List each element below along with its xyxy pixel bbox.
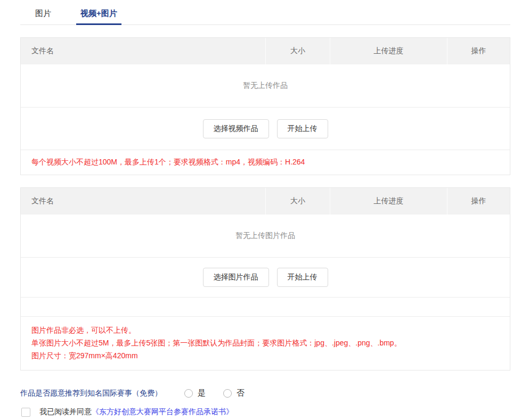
recommend-radio-group: 是 否 [184, 388, 245, 398]
image-note-line-2: 单张图片大小不超过5M，最多上传5张图；第一张图默认为作品封面；要求图片格式：j… [31, 336, 499, 349]
upload-page: 图片 视频+图片 文件名 大小 上传进度 操作 暂无上传作品 选择视频作品 开始… [0, 0, 529, 420]
radio-no-label: 否 [237, 388, 245, 398]
select-video-button[interactable]: 选择视频作品 [203, 119, 269, 138]
tab-image-only[interactable]: 图片 [31, 5, 55, 24]
image-empty-state: 暂无上传图片作品 [21, 215, 510, 258]
recommend-question-label: 作品是否愿意推荐到知名国际赛事（免费） [20, 389, 162, 398]
radio-circle-icon[interactable] [184, 389, 193, 398]
image-note-line-1: 图片作品非必选，可以不上传。 [31, 324, 499, 336]
recommend-question-row: 作品是否愿意推荐到知名国际赛事（免费） 是 否 [20, 388, 509, 398]
agreement-text: 我已阅读并同意《东方好创意大赛网平台参赛作品承诺书》 [39, 407, 233, 417]
agreement-row: 我已阅读并同意《东方好创意大赛网平台参赛作品承诺书》 [21, 407, 509, 417]
column-header-size: 大小 [265, 38, 330, 64]
image-table-header: 文件名 大小 上传进度 操作 [21, 188, 510, 215]
image-button-row: 选择图片作品 开始上传 [21, 258, 510, 298]
video-empty-state: 暂无上传作品 [21, 64, 510, 108]
video-constraints-note: 每个视频大小不超过100M，最多上传1个；要求视频格式：mp4，视频编码：H.2… [21, 150, 510, 175]
image-upload-table: 文件名 大小 上传进度 操作 暂无上传图片作品 选择图片作品 开始上传 图片作品… [20, 187, 510, 370]
image-note-line-3: 图片尺寸：宽297mm×高420mm [31, 349, 499, 362]
column-header-filename: 文件名 [21, 38, 265, 64]
column-header-progress: 上传进度 [330, 38, 447, 64]
video-upload-table: 文件名 大小 上传进度 操作 暂无上传作品 选择视频作品 开始上传 每个视频大小… [20, 37, 510, 175]
tab-video-plus-image[interactable]: 视频+图片 [76, 5, 121, 24]
agreement-checkbox[interactable] [21, 408, 30, 417]
tab-bar: 图片 视频+图片 [20, 0, 510, 25]
agreement-link[interactable]: 《东方好创意大赛网平台参赛作品承诺书》 [92, 407, 233, 416]
video-table-header: 文件名 大小 上传进度 操作 [21, 38, 510, 64]
start-upload-image-button[interactable]: 开始上传 [277, 268, 328, 287]
radio-circle-icon[interactable] [223, 389, 232, 398]
column-header-progress: 上传进度 [330, 188, 447, 215]
radio-option-yes[interactable]: 是 [184, 388, 206, 398]
column-header-size: 大小 [265, 188, 330, 215]
start-upload-video-button[interactable]: 开始上传 [277, 119, 328, 138]
column-header-filename: 文件名 [21, 188, 265, 215]
video-button-row: 选择视频作品 开始上传 [21, 108, 510, 150]
radio-yes-label: 是 [198, 388, 206, 398]
column-header-action: 操作 [447, 188, 510, 215]
column-header-action: 操作 [447, 38, 510, 64]
agreement-prefix: 我已阅读并同意 [39, 407, 92, 416]
select-image-button[interactable]: 选择图片作品 [203, 268, 269, 287]
image-constraints-note: 图片作品非必选，可以不上传。 单张图片大小不超过5M，最多上传5张图；第一张图默… [21, 317, 510, 370]
radio-option-no[interactable]: 否 [223, 388, 245, 398]
image-empty-spacer-row [21, 298, 510, 317]
